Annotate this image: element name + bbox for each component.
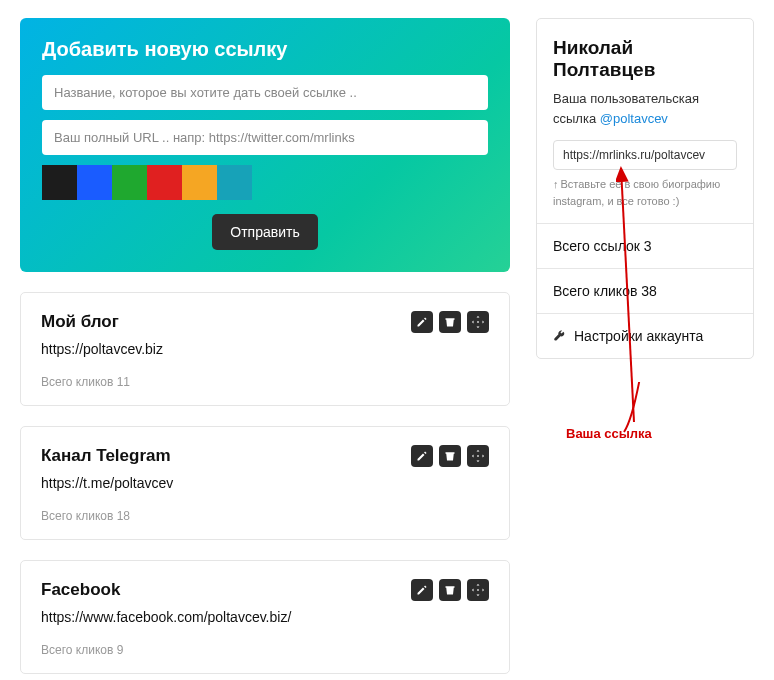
- color-swatch[interactable]: [42, 165, 77, 200]
- move-button[interactable]: [467, 579, 489, 601]
- edit-button[interactable]: [411, 579, 433, 601]
- stat-total-links: Всего ссылок 3: [537, 223, 753, 268]
- link-url: https://t.me/poltavcev: [41, 475, 489, 491]
- move-button[interactable]: [467, 445, 489, 467]
- stat-total-clicks: Всего кликов 38: [537, 268, 753, 313]
- color-picker: [42, 165, 488, 200]
- edit-button[interactable]: [411, 311, 433, 333]
- wrench-icon: [553, 330, 566, 343]
- move-icon: [472, 450, 484, 462]
- profile-card: Николай Полтавцев Ваша пользовательская …: [536, 18, 754, 359]
- add-link-form: Добавить новую ссылку Отправить: [20, 18, 510, 272]
- link-url: https://poltavcev.biz: [41, 341, 489, 357]
- color-swatch[interactable]: [112, 165, 147, 200]
- color-swatch[interactable]: [77, 165, 112, 200]
- link-title: Канал Telegram: [41, 446, 171, 466]
- link-clicks: Всего кликов 18: [41, 509, 489, 523]
- move-icon: [472, 584, 484, 596]
- link-title: Мой блог: [41, 312, 119, 332]
- trash-icon: [444, 450, 456, 462]
- link-card: Канал Telegramhttps://t.me/poltavcevВсег…: [20, 426, 510, 540]
- link-card: Мой блогhttps://poltavcev.bizВсего клико…: [20, 292, 510, 406]
- delete-button[interactable]: [439, 445, 461, 467]
- delete-button[interactable]: [439, 579, 461, 601]
- profile-link-input[interactable]: [553, 140, 737, 170]
- edit-button[interactable]: [411, 445, 433, 467]
- account-settings-link[interactable]: Настройки аккаунта: [537, 313, 753, 358]
- link-clicks: Всего кликов 9: [41, 643, 489, 657]
- trash-icon: [444, 584, 456, 596]
- pencil-icon: [416, 584, 428, 596]
- move-button[interactable]: [467, 311, 489, 333]
- pencil-icon: [416, 316, 428, 328]
- pencil-icon: [416, 450, 428, 462]
- link-title: Facebook: [41, 580, 120, 600]
- link-card: Facebookhttps://www.facebook.com/poltavc…: [20, 560, 510, 674]
- link-name-input[interactable]: [42, 75, 488, 110]
- profile-subtitle: Ваша пользовательская ссылка @poltavcev: [553, 89, 737, 128]
- color-swatch[interactable]: [217, 165, 252, 200]
- submit-button[interactable]: Отправить: [212, 214, 317, 250]
- arrow-up-icon: ↑: [553, 178, 559, 190]
- profile-handle[interactable]: @poltavcev: [600, 111, 668, 126]
- profile-hint: ↑Вставьте ее в свою биографию instagram,…: [553, 176, 737, 209]
- link-url: https://www.facebook.com/poltavcev.biz/: [41, 609, 489, 625]
- move-icon: [472, 316, 484, 328]
- color-swatch[interactable]: [147, 165, 182, 200]
- color-swatch[interactable]: [182, 165, 217, 200]
- form-title: Добавить новую ссылку: [42, 38, 488, 61]
- annotation-label: Ваша ссылка: [566, 426, 652, 441]
- link-clicks: Всего кликов 11: [41, 375, 489, 389]
- trash-icon: [444, 316, 456, 328]
- link-url-input[interactable]: [42, 120, 488, 155]
- profile-name: Николай Полтавцев: [553, 37, 737, 81]
- delete-button[interactable]: [439, 311, 461, 333]
